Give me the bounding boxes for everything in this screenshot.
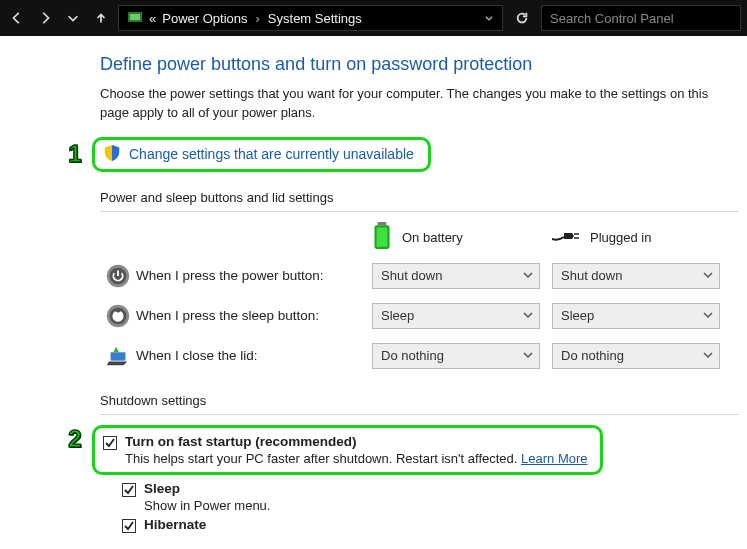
- refresh-button[interactable]: [509, 11, 535, 25]
- fast-startup-highlight: Turn on fast startup (recommended) This …: [92, 425, 603, 475]
- unlock-settings-link[interactable]: Change settings that are currently unava…: [129, 146, 414, 162]
- chevron-down-icon: [703, 308, 713, 323]
- column-headers: On battery Plugged in: [100, 222, 739, 253]
- sleep-checkbox[interactable]: [122, 483, 136, 497]
- sleep-button-plugged-dropdown[interactable]: Sleep: [552, 303, 720, 329]
- battery-icon: [372, 222, 392, 253]
- fast-startup-description: This helps start your PC faster after sh…: [125, 451, 521, 466]
- unlock-link-highlight: Change settings that are currently unava…: [92, 137, 431, 172]
- breadcrumb-pre: «: [149, 11, 156, 26]
- search-placeholder: Search Control Panel: [550, 11, 674, 26]
- forward-button[interactable]: [34, 7, 56, 29]
- hibernate-checkbox[interactable]: [122, 519, 136, 533]
- page-title: Define power buttons and turn on passwor…: [100, 54, 739, 75]
- breadcrumb-item-1[interactable]: Power Options: [162, 11, 247, 26]
- chevron-down-icon: [523, 308, 533, 323]
- lid-plugged-dropdown[interactable]: Do nothing: [552, 343, 720, 369]
- uac-shield-icon: [103, 144, 121, 165]
- annotation-1: 1: [62, 140, 88, 168]
- chevron-down-icon: [523, 268, 533, 283]
- power-button-plugged-dropdown[interactable]: Shut down: [552, 263, 720, 289]
- content-area: Define power buttons and turn on passwor…: [0, 36, 747, 549]
- on-battery-label: On battery: [402, 230, 463, 245]
- sleep-button-battery-dropdown[interactable]: Sleep: [372, 303, 540, 329]
- back-button[interactable]: [6, 7, 28, 29]
- power-button-battery-dropdown[interactable]: Shut down: [372, 263, 540, 289]
- control-panel-icon: [127, 9, 143, 28]
- power-button-row: When I press the power button: Shut down…: [100, 263, 739, 289]
- svg-rect-2: [378, 222, 387, 225]
- sleep-option-label: Sleep: [144, 481, 180, 496]
- up-button[interactable]: [90, 7, 112, 29]
- plugged-in-label: Plugged in: [590, 230, 651, 245]
- address-dropdown-icon[interactable]: [484, 11, 494, 26]
- lid-icon: [100, 343, 136, 369]
- window-titlebar: « Power Options › System Settings Search…: [0, 0, 747, 36]
- search-input[interactable]: Search Control Panel: [541, 5, 741, 31]
- annotation-2: 2: [62, 425, 88, 453]
- chevron-down-icon: [703, 348, 713, 363]
- lid-label: When I close the lid:: [136, 348, 372, 363]
- sleep-button-icon: [100, 303, 136, 329]
- lid-row: When I close the lid: Do nothing Do noth…: [100, 343, 739, 369]
- fast-startup-checkbox[interactable]: [103, 436, 117, 450]
- lid-battery-dropdown[interactable]: Do nothing: [372, 343, 540, 369]
- learn-more-link[interactable]: Learn More: [521, 451, 587, 466]
- svg-rect-1: [130, 14, 140, 20]
- svg-rect-4: [377, 227, 388, 246]
- sleep-button-label: When I press the sleep button:: [136, 308, 372, 323]
- fast-startup-label: Turn on fast startup (recommended): [125, 434, 357, 449]
- address-bar[interactable]: « Power Options › System Settings: [118, 5, 503, 31]
- breadcrumb-item-2[interactable]: System Settings: [268, 11, 362, 26]
- plug-icon: [552, 228, 580, 247]
- sleep-option-description: Show in Power menu.: [144, 498, 739, 513]
- chevron-down-icon: [523, 348, 533, 363]
- chevron-right-icon: ›: [256, 11, 260, 26]
- hibernate-option-label: Hibernate: [144, 517, 206, 532]
- divider: [100, 414, 739, 415]
- shutdown-section-header: Shutdown settings: [100, 393, 739, 408]
- power-buttons-section-header: Power and sleep buttons and lid settings: [100, 190, 739, 205]
- recent-locations-button[interactable]: [62, 7, 84, 29]
- chevron-down-icon: [703, 268, 713, 283]
- divider: [100, 211, 739, 212]
- sleep-button-row: When I press the sleep button: Sleep Sle…: [100, 303, 739, 329]
- page-subtitle: Choose the power settings that you want …: [100, 85, 720, 123]
- power-button-label: When I press the power button:: [136, 268, 372, 283]
- power-button-icon: [100, 263, 136, 289]
